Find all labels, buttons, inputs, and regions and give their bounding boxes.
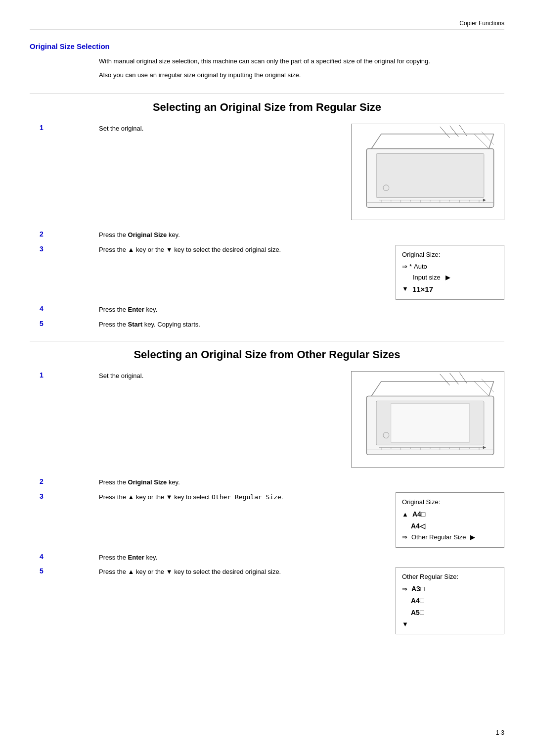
step-s2-3-row: 3 Press the ▲ key or the ▼ key to select…	[30, 492, 504, 548]
lcd-right-arrow-1: ▶	[445, 272, 450, 283]
step-content-3: Press the ▲ key or the ▼ key to select t…	[99, 245, 287, 255]
lcd-display-2: Original Size: ▲ A4□ A4◁ ⇒ Other Regular…	[396, 492, 504, 548]
lcd2-row-2: A4◁	[402, 520, 498, 532]
lcd-title-2: Original Size:	[402, 497, 498, 508]
lcd3-a5: A5□	[411, 607, 424, 619]
step-s2-5-row: 5 Press the ▲ key or the ▼ key to select…	[30, 567, 504, 634]
svg-line-26	[371, 381, 381, 396]
lcd-title-3: Other Regular Size:	[402, 571, 498, 582]
lcd-input-size: Input size	[413, 272, 441, 283]
svg-line-24	[482, 132, 494, 145]
lcd-title-1: Original Size:	[402, 249, 498, 260]
lcd2-row-1: ▲ A4□	[402, 509, 498, 520]
image-col-s2-1	[346, 371, 504, 472]
page-number: 1-3	[496, 729, 504, 736]
steps-col-1: 1 Set the original.	[30, 124, 346, 139]
step-number-5: 5	[30, 320, 99, 328]
lcd-11x17: 11×17	[412, 283, 433, 296]
lcd-down-1: ▼	[402, 284, 408, 294]
step-number-2: 2	[30, 230, 99, 238]
step-number-s2-2: 2	[30, 477, 99, 485]
copier-illustration-1	[351, 124, 504, 220]
lcd3-a4: A4□	[411, 595, 424, 607]
lcd-row-3: ▼ 11×17	[402, 283, 498, 296]
step-3: 3 Press the ▲ key or the ▼ key to select…	[30, 245, 346, 255]
image-col-3: Original Size: ⇒ * Auto Input size ▶ ▼ 1…	[346, 245, 504, 300]
intro-text-1: With manual original size selection, thi…	[99, 56, 435, 66]
step-1-row: 1 Set the original.	[30, 124, 504, 225]
steps-col-s2-1: 1 Set the original.	[30, 371, 346, 386]
step-content-s2-5: Press the ▲ key or the ▼ key to select t…	[99, 567, 287, 577]
step-s2-1-row: 1 Set the original.	[30, 371, 504, 472]
image-col-1	[346, 124, 504, 225]
lcd2-a4-1: A4□	[412, 509, 425, 520]
step-content-1: Set the original.	[99, 124, 287, 134]
page: Copier Functions Original Size Selection…	[0, 0, 534, 756]
svg-line-27	[489, 381, 494, 396]
step-2: 2 Press the Original Size key.	[30, 230, 504, 240]
step-content-s2-4: Press the Enter key.	[99, 553, 287, 563]
lcd3-row-4: ▼	[402, 619, 498, 630]
svg-rect-50	[391, 404, 469, 443]
header-bar: Copier Functions	[30, 20, 504, 30]
lcd2-a4-2: A4◁	[411, 520, 425, 532]
step-s2-1: 1 Set the original.	[30, 371, 346, 381]
step-content-s2-3: Press the ▲ key or the ▼ key to select O…	[99, 492, 287, 502]
step-number-s2-5: 5	[30, 567, 99, 575]
image-col-s2-5: Other Regular Size: ⇒ A3□ A4□ A5□ ▼	[346, 567, 504, 634]
copier-illustration-2	[351, 371, 504, 468]
lcd-row-2: Input size ▶	[402, 272, 498, 283]
svg-line-29	[450, 373, 459, 384]
lcd-arrow-1: ⇒	[402, 261, 407, 272]
step-number-s2-4: 4	[30, 553, 99, 561]
step-s2-2: 2 Press the Original Size key.	[30, 477, 504, 487]
h2-title-1: Selecting an Original Size from Regular …	[30, 94, 504, 114]
step-number-1: 1	[30, 124, 99, 132]
h2-title-2: Selecting an Original Size from Other Re…	[30, 341, 504, 361]
svg-line-48	[474, 381, 489, 396]
svg-line-28	[440, 374, 450, 385]
svg-line-4	[450, 126, 459, 137]
lcd2-other: Other Regular Size	[411, 532, 466, 543]
step-number-s2-1: 1	[30, 371, 99, 379]
lcd2-arrow: ⇒	[402, 532, 407, 543]
header-title: Copier Functions	[459, 20, 504, 27]
lcd3-row-2: A4□	[402, 595, 498, 607]
step-4: 4 Press the Enter key.	[30, 305, 504, 315]
svg-line-1	[371, 134, 381, 149]
svg-line-3	[440, 127, 450, 138]
lcd3-arrow: ⇒	[402, 584, 407, 595]
lcd-auto: Auto	[414, 261, 427, 272]
step-s2-3: 3 Press the ▲ key or the ▼ key to select…	[30, 492, 346, 502]
lcd3-row-3: A5□	[402, 607, 498, 619]
lcd-display-3: Other Regular Size: ⇒ A3□ A4□ A5□ ▼	[396, 567, 504, 634]
steps-col-s2-3: 3 Press the ▲ key or the ▼ key to select…	[30, 492, 346, 507]
svg-line-23	[474, 134, 489, 149]
lcd2-up: ▲	[402, 509, 408, 520]
lcd3-down: ▼	[402, 619, 408, 630]
step-5: 5 Press the Start key. Copying starts.	[30, 320, 504, 330]
step-number-3: 3	[30, 245, 99, 253]
step-content-5: Press the Start key. Copying starts.	[99, 320, 287, 330]
step-3-row: 3 Press the ▲ key or the ▼ key to select…	[30, 245, 504, 300]
lcd2-row-3: ⇒ Other Regular Size ▶	[402, 532, 498, 543]
step-number-s2-3: 3	[30, 492, 99, 500]
steps-col-s2-5: 5 Press the ▲ key or the ▼ key to select…	[30, 567, 346, 582]
section-heading: Original Size Selection	[30, 42, 504, 50]
lcd3-row-1: ⇒ A3□	[402, 583, 498, 595]
step-content-2: Press the Original Size key.	[99, 230, 287, 240]
step-number-4: 4	[30, 305, 99, 313]
step-1: 1 Set the original.	[30, 124, 346, 134]
lcd-display-1: Original Size: ⇒ * Auto Input size ▶ ▼ 1…	[396, 245, 504, 300]
step-s2-4: 4 Press the Enter key.	[30, 553, 504, 563]
svg-rect-7	[376, 153, 484, 197]
step-content-s2-2: Press the Original Size key.	[99, 477, 287, 487]
svg-line-2	[489, 134, 494, 149]
svg-line-49	[482, 379, 494, 392]
lcd3-a3: A3□	[411, 583, 424, 595]
step-content-s2-1: Set the original.	[99, 371, 287, 381]
lcd-row-1: ⇒ * Auto	[402, 261, 498, 272]
lcd2-right: ▶	[470, 532, 475, 543]
steps-col-3: 3 Press the ▲ key or the ▼ key to select…	[30, 245, 346, 260]
image-col-s2-3: Original Size: ▲ A4□ A4◁ ⇒ Other Regular…	[346, 492, 504, 548]
